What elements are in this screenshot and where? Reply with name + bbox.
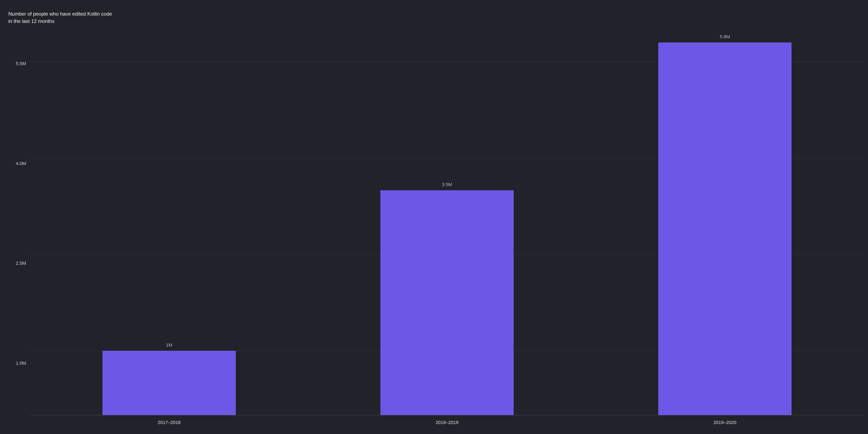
y-tick-label: 5.5M	[16, 61, 26, 66]
x-axis: 2017–20182018–20192019–2020	[30, 415, 864, 430]
y-tick-label: 4.0M	[16, 161, 26, 166]
chart-title: Number of people who have edited Kotlin …	[4, 10, 113, 25]
bar	[658, 42, 792, 415]
plot-area: 1M3.5M5.8M	[30, 10, 864, 415]
bar	[380, 190, 514, 415]
y-tick-label: 1.0M	[16, 361, 26, 366]
y-tick-label: 2.5M	[16, 261, 26, 266]
plot-column: 1M3.5M5.8M 2017–20182018–20192019–2020	[30, 10, 864, 430]
chart-container: Number of people who have edited Kotlin …	[0, 0, 868, 434]
y-axis: 1.0M2.5M4.0M5.5M	[4, 10, 30, 430]
bar-group: 1M3.5M5.8M	[30, 10, 864, 415]
bar-slot: 5.8M	[586, 10, 864, 415]
x-tick-label: 2019–2020	[586, 415, 864, 430]
chart-body: 1.0M2.5M4.0M5.5M 1M3.5M5.8M 2017–2018201…	[4, 10, 864, 430]
x-tick-label: 2018–2019	[308, 415, 586, 430]
bar	[102, 351, 236, 415]
bar-value-label: 1M	[166, 342, 173, 348]
bar-value-label: 3.5M	[442, 182, 452, 187]
bar-slot: 1M	[30, 10, 308, 415]
bar-value-label: 5.8M	[720, 34, 730, 39]
x-tick-label: 2017–2018	[30, 415, 308, 430]
bar-slot: 3.5M	[308, 10, 586, 415]
